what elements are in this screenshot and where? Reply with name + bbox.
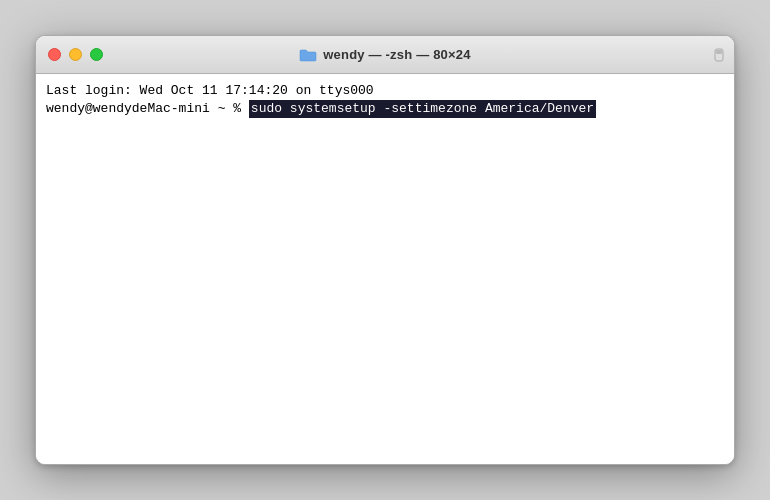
last-login-line: Last login: Wed Oct 11 17:14:20 on ttys0… (46, 82, 724, 100)
prompt-text: wendy@wendydeMac-mini ~ % (46, 100, 249, 118)
command-text: sudo systemsetup -settimezone America/De… (249, 100, 596, 118)
close-button[interactable] (48, 48, 61, 61)
minimize-button[interactable] (69, 48, 82, 61)
svg-rect-1 (716, 50, 722, 54)
folder-icon (299, 48, 317, 62)
window-title: wendy — -zsh — 80×24 (323, 47, 470, 62)
titlebar: wendy — -zsh — 80×24 (36, 36, 734, 74)
terminal-window: wendy — -zsh — 80×24 Last login: Wed Oct… (35, 35, 735, 465)
maximize-button[interactable] (90, 48, 103, 61)
title-content: wendy — -zsh — 80×24 (299, 47, 470, 62)
last-login-text: Last login: Wed Oct 11 17:14:20 on ttys0… (46, 82, 374, 100)
traffic-lights (48, 48, 103, 61)
terminal-body[interactable]: Last login: Wed Oct 11 17:14:20 on ttys0… (36, 74, 734, 464)
scroll-indicator (714, 48, 724, 62)
command-line: wendy@wendydeMac-mini ~ % sudo systemset… (46, 100, 724, 118)
